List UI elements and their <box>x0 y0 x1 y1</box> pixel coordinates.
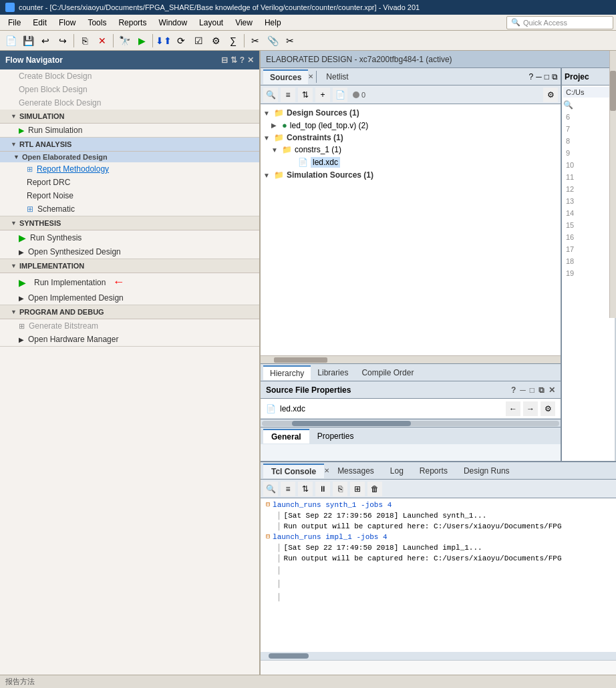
sfp-tab-general[interactable]: General <box>263 429 309 444</box>
nav-item-report-noise[interactable]: Report Noise <box>0 189 259 202</box>
sources-align-btn[interactable]: ≡ <box>281 88 295 102</box>
sources-file-btn[interactable]: 📄 <box>333 88 347 102</box>
nav-item-report-drc[interactable]: Report DRC <box>0 176 259 189</box>
checkmark-button[interactable]: ☑ <box>190 33 206 49</box>
panel-maximize-icon[interactable]: □ <box>545 72 549 81</box>
console-search-btn[interactable]: 🔍 <box>263 482 278 496</box>
nav-item-schematic[interactable]: ⊞ Schematic <box>0 202 259 216</box>
simulation-section-header[interactable]: ▼ SIMULATION <box>0 110 259 124</box>
nav-item-generate-bitstream[interactable]: ⊞ Generate Bitstream <box>0 319 259 333</box>
nav-pin-icon[interactable]: ⊟ <box>221 55 228 65</box>
console-close-icon[interactable]: ✕ <box>324 467 329 474</box>
nav-item-open-block-design[interactable]: Open Block Design <box>0 83 259 96</box>
tab-tcl-console[interactable]: Tcl Console <box>263 464 324 478</box>
tree-item-constrs1[interactable]: ▼ 📁 constrs_1 (1) <box>261 144 561 156</box>
tab-messages[interactable]: Messages <box>329 464 382 478</box>
tree-item-led-top[interactable]: ▶ ● led_top (led_top.v) (2) <box>261 119 561 132</box>
menu-reports[interactable]: Reports <box>113 17 152 29</box>
new-button[interactable]: 📄 <box>3 33 19 49</box>
sfp-gear-btn[interactable]: ⚙ <box>541 401 555 416</box>
sources-close-icon[interactable]: ✕ <box>308 73 313 80</box>
menu-flow[interactable]: Flow <box>53 17 81 29</box>
console-horiz-scrollbar[interactable] <box>261 652 616 660</box>
console-expand-3[interactable]: ⊟ <box>266 532 270 542</box>
menu-edit[interactable]: Edit <box>27 17 52 29</box>
sfp-help-icon[interactable]: ? <box>511 385 516 395</box>
redo-button[interactable]: ↪ <box>55 33 71 49</box>
sources-arrows-btn[interactable]: ⇅ <box>298 88 313 102</box>
tab-netlist[interactable]: Netlist <box>319 70 355 83</box>
sfp-close-icon[interactable]: ✕ <box>549 385 555 395</box>
sources-gear-btn[interactable]: ⚙ <box>543 88 558 102</box>
nav-item-open-synthesized[interactable]: ▶ Open Synthesized Design <box>0 245 259 259</box>
console-copy-btn[interactable]: ⎘ <box>333 482 347 496</box>
console-input-field[interactable] <box>263 664 613 672</box>
project-search-icon[interactable]: 🔍 <box>563 100 573 110</box>
tab-sources[interactable]: Sources <box>263 69 308 84</box>
attach-button[interactable]: 📎 <box>265 33 281 49</box>
program-debug-section-header[interactable]: ▼ PROGRAM AND DEBUG <box>0 305 259 319</box>
nav-item-create-block-design[interactable]: Create Block Design <box>0 69 259 83</box>
tab-design-runs[interactable]: Design Runs <box>456 464 518 478</box>
sfp-minimize-icon[interactable]: ─ <box>520 385 526 395</box>
sfp-back-btn[interactable]: ← <box>506 401 520 416</box>
delete-button[interactable]: ✕ <box>94 33 110 49</box>
nav-item-report-methodology[interactable]: ⊞ Report Methodology <box>0 162 259 176</box>
sfp-forward-btn[interactable]: → <box>523 401 538 416</box>
panel-float-icon[interactable]: ⧉ <box>552 72 558 81</box>
console-trash-btn[interactable]: 🗑 <box>367 482 382 496</box>
sfp-scrollbar[interactable] <box>261 419 561 427</box>
menu-view[interactable]: View <box>230 17 258 29</box>
console-grid-btn[interactable]: ⊞ <box>350 482 365 496</box>
quick-access-search[interactable]: 🔍 Quick Access <box>506 16 613 29</box>
sfp-tab-properties[interactable]: Properties <box>309 429 362 443</box>
tree-item-simulation-sources[interactable]: ▼ 📁 Simulation Sources (1) <box>261 169 561 181</box>
menu-window[interactable]: Window <box>153 17 192 29</box>
settings-button[interactable]: ⚙ <box>208 33 224 49</box>
menu-file[interactable]: File <box>3 17 26 29</box>
sources-search-btn[interactable]: 🔍 <box>263 88 278 102</box>
flash-button[interactable]: ⟳ <box>173 33 189 49</box>
tab-log[interactable]: Log <box>382 464 412 478</box>
nav-close-icon[interactable]: ✕ <box>247 55 254 65</box>
panel-minimize-icon[interactable]: ─ <box>536 72 542 81</box>
tab-reports[interactable]: Reports <box>412 464 456 478</box>
sfp-float-icon[interactable]: ⧉ <box>538 385 545 395</box>
console-expand-0[interactable]: ⊟ <box>266 500 270 510</box>
implementation-section-header[interactable]: ▼ IMPLEMENTATION <box>0 259 259 273</box>
sfp-maximize-icon[interactable]: □ <box>530 385 534 395</box>
panel-help-icon[interactable]: ? <box>529 72 534 81</box>
console-arrows-btn[interactable]: ⇅ <box>298 482 313 496</box>
sources-add-btn[interactable]: + <box>315 88 330 102</box>
cut-button[interactable]: ✂ <box>247 33 263 49</box>
synthesis-section-header[interactable]: ▼ SYNTHESIS <box>0 216 259 230</box>
tree-item-design-sources[interactable]: ▼ 📁 Design Sources (1) <box>261 107 561 119</box>
rtl-open-elaborated[interactable]: ▼ Open Elaborated Design <box>0 152 259 162</box>
console-align-btn[interactable]: ≡ <box>281 482 295 496</box>
menu-layout[interactable]: Layout <box>194 17 228 29</box>
menu-help[interactable]: Help <box>259 17 287 29</box>
nav-item-run-simulation[interactable]: ▶ Run Simulation <box>0 124 259 137</box>
tab-compile-order[interactable]: Compile Order <box>355 366 420 379</box>
nav-float-icon[interactable]: ⇅ <box>230 55 237 65</box>
console-pause-btn[interactable]: ⏸ <box>315 482 330 496</box>
nav-item-run-synthesis[interactable]: ▶ Run Synthesis <box>0 230 259 245</box>
save-button[interactable]: 💾 <box>20 33 36 49</box>
scissors2-button[interactable]: ✂ <box>282 33 298 49</box>
program-button[interactable]: ⬇⬆ <box>156 33 172 49</box>
nav-item-run-implementation[interactable]: ▶ Run Implementation ← <box>0 273 259 291</box>
sigma-button[interactable]: ∑ <box>225 33 241 49</box>
tab-libraries[interactable]: Libraries <box>311 366 355 379</box>
rtl-section-header[interactable]: ▼ RTL ANALYSIS <box>0 138 259 152</box>
run-button[interactable]: ▶ <box>134 33 150 49</box>
menu-tools[interactable]: Tools <box>82 17 112 29</box>
tree-item-constraints[interactable]: ▼ 📁 Constraints (1) <box>261 132 561 144</box>
sources-horiz-scrollbar[interactable] <box>261 355 561 363</box>
nav-item-generate-block-design[interactable]: Generate Block Design <box>0 96 259 110</box>
nav-item-open-hardware-manager[interactable]: ▶ Open Hardware Manager <box>0 333 259 346</box>
nav-item-open-implemented[interactable]: ▶ Open Implemented Design <box>0 291 259 305</box>
undo-button[interactable]: ↩ <box>37 33 53 49</box>
binoculars-button[interactable]: 🔭 <box>116 33 132 49</box>
tree-item-led-xdc[interactable]: 📄 led.xdc <box>261 156 561 169</box>
nav-help-icon[interactable]: ? <box>240 55 245 65</box>
